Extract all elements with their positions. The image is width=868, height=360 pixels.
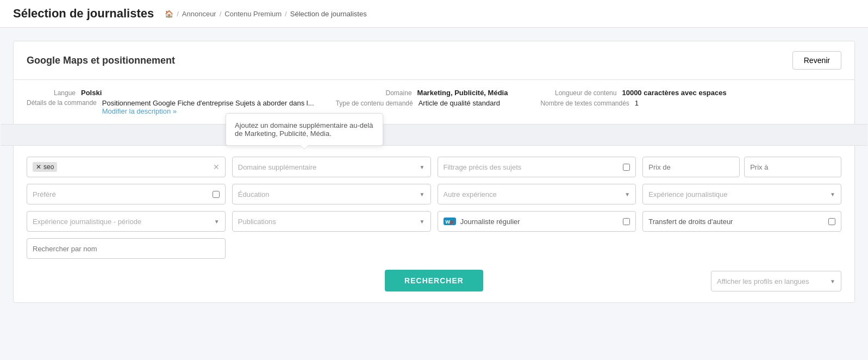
filler-2 <box>438 238 636 259</box>
domaine-supplementaire-select[interactable]: Domaine supplémentaire ▼ <box>232 157 431 177</box>
filler-3 <box>642 238 841 259</box>
breadcrumb-sep1: / <box>177 10 179 18</box>
details-value: Positionnement Google Fiche d'entreprise… <box>102 99 314 107</box>
nombre-label: Nombre de textes commandés <box>540 100 629 107</box>
experience-journalistique-chevron-icon: ▼ <box>830 191 835 197</box>
journaliste-regulier-label: Journaliste régulier <box>460 218 520 226</box>
transfert-droits-checkbox[interactable] <box>828 218 835 225</box>
education-select[interactable]: Éducation ▼ <box>232 184 431 204</box>
autre-experience-label: Autre expérience <box>444 190 497 198</box>
breadcrumb-current: Sélection de journalistes <box>290 10 367 18</box>
afficher-langues-chevron-icon: ▼ <box>830 278 835 284</box>
experience-journalistique-label: Expérience journalistique <box>648 190 727 198</box>
revenir-button[interactable]: Revenir <box>792 51 841 70</box>
wp-badge: wp <box>444 218 456 225</box>
autre-experience-chevron-icon: ▼ <box>625 191 630 197</box>
tooltip-text: Ajoutez un domaine supplémentaire au-del… <box>235 121 373 138</box>
breadcrumb-annonceur[interactable]: Annonceur <box>182 10 216 18</box>
domaine-supplementaire-chevron-icon: ▼ <box>420 164 425 170</box>
rechercher-button[interactable]: RECHERCHER <box>385 270 483 291</box>
prix-a-input[interactable] <box>744 157 841 177</box>
main-content: Google Maps et positionnement Revenir La… <box>0 28 868 327</box>
seo-filter-input[interactable]: ✕ seo ✕ <box>27 157 226 177</box>
education-chevron-icon: ▼ <box>420 191 425 197</box>
order-col-domaine: Domaine Marketing, Publicité, Média Type… <box>336 89 508 107</box>
domaine-label: Domaine <box>336 89 412 97</box>
seo-text-input[interactable] <box>60 163 209 171</box>
seo-tag-label: seo <box>43 163 54 171</box>
longueur-label: Longueur de contenu <box>540 89 616 97</box>
filtrage-precis-checkbox-container[interactable]: Filtrage précis des sujets <box>438 157 636 177</box>
domaine-value: Marketing, Publicité, Média <box>417 89 508 97</box>
transfert-droits-label: Transfert de droits d'auteur <box>648 218 733 226</box>
main-card: Google Maps et positionnement Revenir La… <box>13 41 855 303</box>
filtrage-precis-checkbox[interactable] <box>623 164 630 171</box>
afficher-langues-select[interactable]: Afficher les profils en langues ▼ <box>711 271 841 291</box>
education-label: Éducation <box>238 190 270 198</box>
page-title: Sélection de journalistes <box>13 7 154 21</box>
langue-value: Polski <box>81 89 102 97</box>
journaliste-regulier-container[interactable]: wp Journaliste régulier <box>438 211 636 232</box>
breadcrumb: 🏠 / Annonceur / Contenu Premium / Sélect… <box>165 10 366 18</box>
nombre-value: 1 <box>635 99 639 107</box>
tooltip-box: Ajoutez un domaine supplémentaire au-del… <box>226 113 383 146</box>
publications-label: Publications <box>238 218 276 226</box>
filler-1 <box>232 238 431 259</box>
page-header: Sélection de journalistes 🏠 / Annonceur … <box>0 0 868 28</box>
prefere-checkbox[interactable] <box>213 191 220 198</box>
type-label: Type de contenu demandé <box>336 100 413 107</box>
prefere-checkbox-container[interactable]: Préféré <box>27 184 226 204</box>
langue-label: Langue <box>27 89 76 97</box>
seo-tag: ✕ seo <box>33 162 57 172</box>
afficher-langues-label: Afficher les profils en langues <box>717 277 809 285</box>
experience-periode-select[interactable]: Expérience journalistique - période ▼ <box>27 211 226 232</box>
card-title: Google Maps et positionnement <box>27 55 175 66</box>
details-label: Détails de la commande <box>27 99 97 107</box>
journaliste-regulier-checkbox[interactable] <box>623 218 630 225</box>
experience-periode-label: Expérience journalistique - période <box>33 218 141 226</box>
domaine-supplementaire-label: Domaine supplémentaire <box>238 163 317 171</box>
rechercher-nom-container[interactable] <box>27 238 226 259</box>
order-col-longueur: Longueur de contenu 10000 caractères ave… <box>540 89 726 107</box>
filters-container: Ajoutez un domaine supplémentaire au-del… <box>14 146 854 302</box>
prefere-label: Préféré <box>33 190 56 198</box>
experience-journalistique-select[interactable]: Expérience journalistique ▼ <box>642 184 841 204</box>
filtrage-precis-label: Filtrage précis des sujets <box>444 163 522 171</box>
autre-experience-select[interactable]: Autre expérience ▼ <box>438 184 636 204</box>
longueur-value: 10000 caractères avec espaces <box>622 89 726 97</box>
price-range-row <box>642 157 841 177</box>
type-value: Article de qualité standard <box>419 99 500 107</box>
gray-divider <box>1 124 867 146</box>
publications-select[interactable]: Publications ▼ <box>232 211 431 232</box>
order-details-row: Langue Polski Détails de la commande Pos… <box>14 80 854 124</box>
breadcrumb-home-icon[interactable]: 🏠 <box>165 10 173 18</box>
seo-tag-x: ✕ <box>36 163 41 171</box>
tooltip-container: Ajoutez un domaine supplémentaire au-del… <box>226 113 383 146</box>
breadcrumb-sep2: / <box>220 10 222 18</box>
search-button-row: RECHERCHER Afficher les profils en langu… <box>27 270 841 291</box>
experience-periode-chevron-icon: ▼ <box>214 219 220 225</box>
rechercher-nom-input[interactable] <box>33 245 220 253</box>
filters-grid: ✕ seo ✕ Domaine supplémentaire ▼ Filtrag… <box>27 157 841 259</box>
prix-de-input[interactable] <box>642 157 740 177</box>
seo-clear-icon[interactable]: ✕ <box>213 163 220 171</box>
breadcrumb-contenu-premium[interactable]: Contenu Premium <box>224 10 282 18</box>
order-col-langue: Langue Polski Détails de la commande Pos… <box>27 89 314 115</box>
card-header: Google Maps et positionnement Revenir <box>14 41 854 80</box>
transfert-droits-container[interactable]: Transfert de droits d'auteur <box>642 211 841 232</box>
breadcrumb-sep3: / <box>285 10 287 18</box>
publications-chevron-icon: ▼ <box>420 219 425 225</box>
